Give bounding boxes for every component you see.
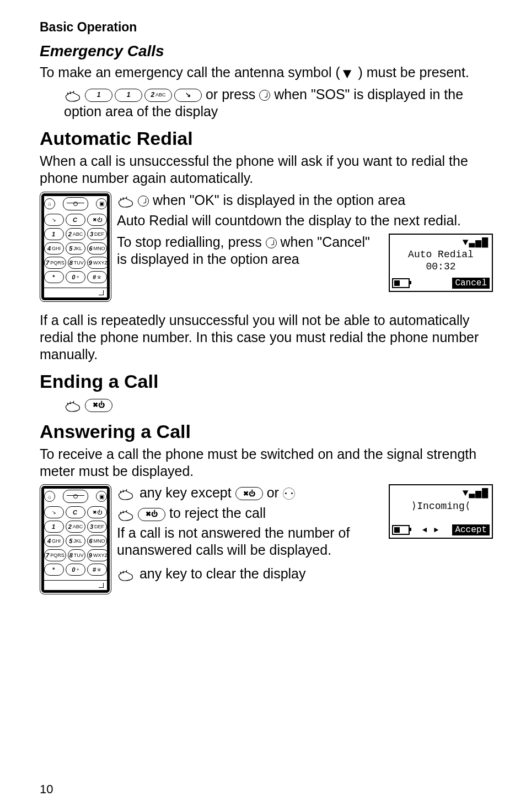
battery-icon [392, 525, 410, 535]
lcd-incoming: ▼▃▅▇ ⟩Incoming⟨ ◄ ► Accept [389, 484, 493, 539]
phone-nav-key [63, 490, 88, 503]
emergency-p1-post: ) must be present. [354, 64, 469, 80]
answer-s1-or: or [267, 485, 283, 500]
battery-icon [392, 278, 410, 288]
ph-key-4: 4GHI [44, 535, 64, 547]
antenna-icon: ▼ [340, 64, 355, 83]
key-end: ✖⏻ [138, 508, 165, 521]
ph-key-8: 8TUV [68, 549, 85, 561]
ph-key-6: 6MNO [87, 535, 107, 547]
redial-p4: If a call is repeatedly unsuccessful you… [40, 312, 493, 364]
phone-illustration: ⌂ ▣ ↘ C ✖⏻ 1 2ABC 3DEF 4GHI 5JKL 6MNO 7P… [40, 192, 111, 302]
ph-key-3: 3DEF [87, 521, 107, 533]
redial-p2: Auto Redial will countdown the display t… [117, 212, 493, 229]
ph-key-send: ↘ [44, 214, 64, 226]
emergency-p1-pre: To make an emergency call the antenna sy… [40, 64, 340, 80]
lcd-soft-cancel: Cancel [452, 278, 490, 289]
lcd-incoming-text: Incoming [417, 501, 464, 512]
redial-heading: Automatic Redial [40, 128, 493, 149]
ph-key-star: * [44, 271, 64, 283]
phone-illustration-2: ⌂ ▣ ↘ C ✖⏻ 1 2ABC 3DEF 4GHI 5JKL 6MNO 7P… [40, 484, 111, 594]
tap-icon [117, 195, 136, 207]
page-number: 10 [40, 782, 53, 797]
ph-key-1: 1 [44, 521, 64, 533]
key-1b: 1 [115, 89, 142, 102]
signal-icon: ▼▃▅▇ [463, 486, 489, 499]
ph-key-7: 7PQRS [44, 549, 66, 561]
answering-p1: To receive a call the phone must be swit… [40, 446, 493, 480]
phone-earpiece-left: ⌂ [44, 198, 55, 209]
phone-earpiece-right: ▣ [96, 491, 107, 502]
tap-icon [117, 488, 136, 500]
lcd-line1: Auto Redial [392, 249, 490, 261]
ph-key-hash: #※ [87, 271, 107, 283]
ph-key-2: 2ABC [66, 521, 85, 533]
ph-key-7: 7PQRS [44, 257, 66, 269]
redial-step1: when "OK" is displayed in the option are… [117, 192, 493, 209]
signal-icon: ▼▃▅▇ [463, 236, 489, 248]
key-send: ↘ [174, 89, 202, 102]
ph-key-4: 4GHI [44, 242, 64, 255]
ph-key-send: ↘ [44, 506, 64, 518]
ph-key-9: 9WXYZ [87, 257, 109, 269]
answering-heading: Answering a Call [40, 421, 493, 442]
answer-s3-text: any key to clear the display [139, 566, 306, 581]
arrow-right-icon: ⟨ [465, 501, 471, 512]
redial-step1-text: when "OK" is displayed in the option are… [153, 192, 405, 208]
answer-step2: ✖⏻ to reject the call [117, 505, 383, 522]
key-1a: 1 [85, 89, 112, 102]
redial-p3a: To stop redialling, press [117, 234, 266, 250]
nav-key-icon [283, 488, 295, 500]
key-end: ✖⏻ [85, 399, 112, 412]
ph-key-0: 0+ [66, 271, 85, 283]
arrow-left-icon: ⟩ [411, 501, 417, 512]
redial-p1: When a call is unsuccessful the phone wi… [40, 153, 493, 187]
ph-key-5: 5JKL [66, 535, 85, 547]
answer-step1: any key except ✖⏻ or [117, 484, 383, 501]
press-or: or press [206, 86, 259, 102]
lcd-redial: ▼▃▅▇ Auto Redial 00:32 Cancel [389, 234, 493, 292]
lcd-soft-accept: Accept [452, 524, 490, 535]
ph-key-5: 5JKL [66, 242, 85, 255]
ph-key-3: 3DEF [87, 228, 107, 240]
phone-bottom-edge [44, 288, 107, 296]
ph-key-c: C [66, 506, 85, 518]
key-end: ✖⏻ [235, 487, 263, 500]
ph-key-hash: #※ [87, 564, 107, 576]
phone-nav-key [63, 197, 88, 210]
key-2: 2ABC [144, 89, 172, 102]
answer-step3: any key to clear the display [117, 565, 493, 582]
redial-p3: To stop redialling, press when "Cancel" … [117, 234, 383, 268]
emergency-instruction: 1 1 2ABC ↘ or press when "SOS" is displa… [64, 86, 493, 121]
ph-key-end: ✖⏻ [87, 214, 107, 226]
phone-bottom-edge [44, 580, 107, 588]
emergency-p1: To make an emergency call the antenna sy… [40, 63, 493, 82]
answer-s1-pre: any key except [139, 485, 235, 500]
ph-key-1: 1 [44, 228, 64, 240]
ending-heading: Ending a Call [40, 371, 493, 392]
page-header: Basic Operation [40, 20, 493, 35]
tap-icon [117, 569, 136, 581]
ph-key-0: 0+ [66, 564, 85, 576]
ph-key-8: 8TUV [68, 257, 85, 269]
nav-arrows-icon: ◄ ► [422, 526, 439, 534]
softkey-icon [138, 196, 149, 207]
ph-key-c: C [66, 214, 85, 226]
softkey-icon [266, 237, 277, 248]
ph-key-end: ✖⏻ [87, 506, 107, 518]
ending-step: ✖⏻ [64, 396, 493, 413]
lcd-line2: 00:32 [392, 261, 490, 273]
emergency-heading: Emergency Calls [40, 42, 493, 60]
ph-key-9: 9WXYZ [87, 549, 109, 561]
phone-earpiece-right: ▣ [96, 198, 107, 209]
ph-key-2: 2ABC [66, 228, 85, 240]
tap-icon [117, 508, 136, 521]
tap-icon [64, 89, 83, 101]
answer-p2: If a call is not answered the number of … [117, 524, 383, 559]
ph-key-6: 6MNO [87, 242, 107, 255]
ph-key-star: * [44, 564, 64, 576]
phone-earpiece-left: ⌂ [44, 491, 55, 502]
softkey-icon [259, 90, 270, 101]
answer-s2-text: to reject the call [169, 505, 266, 521]
tap-icon [64, 399, 83, 412]
